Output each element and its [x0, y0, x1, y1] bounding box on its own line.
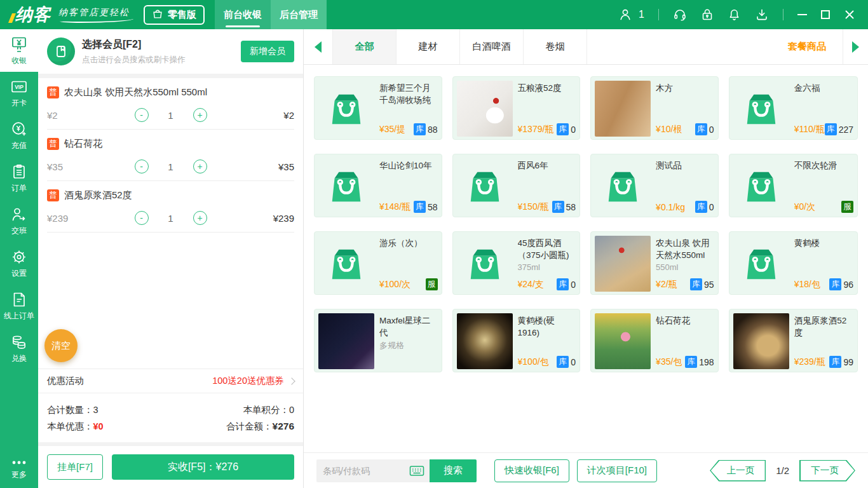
- product-stock: 库0: [695, 123, 714, 135]
- product-name: 新希望三个月千岛湖牧场纯: [379, 82, 438, 106]
- product-placeholder-bag-icon: [595, 158, 651, 214]
- category-tab[interactable]: 建材: [397, 29, 460, 64]
- increase-qty-button[interactable]: +: [193, 108, 207, 122]
- minimize-icon[interactable]: [797, 14, 807, 15]
- cart-item-name-row: 普农夫山泉 饮用天然水550ml 550ml: [47, 86, 294, 98]
- product-bottom-row: ¥0.1/kg库0: [656, 201, 714, 213]
- product-card[interactable]: 木方¥10/根库0: [590, 76, 719, 140]
- headset-icon[interactable]: [673, 8, 687, 22]
- combo-products-link[interactable]: 套餐商品: [788, 29, 843, 64]
- order-points: 本单积分：0: [243, 404, 294, 416]
- product-card[interactable]: 五粮液52度¥1379/瓶库0: [452, 76, 581, 140]
- product-card[interactable]: 金六福¥110/瓶库227: [729, 76, 858, 140]
- product-card[interactable]: 新希望三个月千岛湖牧场纯¥35/提库88: [314, 76, 442, 140]
- sidebar-item-label: 更多: [11, 470, 27, 480]
- close-icon[interactable]: [844, 9, 855, 20]
- clear-cart-button[interactable]: 清空: [44, 329, 78, 362]
- keyboard-icon[interactable]: [409, 464, 424, 480]
- product-image: [595, 236, 651, 292]
- category-tab[interactable]: 全部: [333, 29, 397, 64]
- product-placeholder-bag-icon: [733, 236, 789, 292]
- sidebar-item-recharge[interactable]: 充值: [0, 114, 38, 157]
- product-card[interactable]: 酒鬼原浆酒52度¥239/瓶库99: [729, 309, 858, 372]
- product-card[interactable]: 钻石荷花¥35/包库198: [590, 309, 719, 372]
- product-card[interactable]: Maxfel星球二代多规格: [314, 309, 442, 372]
- quick-cashier-button[interactable]: 快速收银[F6]: [494, 459, 569, 482]
- stock-badge: 库: [825, 123, 837, 135]
- checkout-button[interactable]: 实收[F5]：¥276: [112, 454, 294, 480]
- hold-order-button[interactable]: 挂单[F7]: [47, 454, 103, 480]
- bell-icon[interactable]: [728, 8, 741, 22]
- add-member-button[interactable]: 新增会员: [241, 41, 294, 62]
- sidebar-item-label: 交班: [11, 226, 27, 236]
- product-card[interactable]: 游乐（次）¥100/次服: [314, 231, 442, 295]
- increase-qty-button[interactable]: +: [193, 159, 207, 173]
- product-card[interactable]: 黄鹤楼(硬1916)¥100/包库0: [452, 309, 581, 372]
- product-card[interactable]: 西风6年¥150/瓶库58: [452, 154, 581, 217]
- category-tab[interactable]: 白酒啤酒: [460, 29, 524, 64]
- sidebar-item-online[interactable]: 线上订单: [0, 285, 38, 327]
- sidebar-item-shift[interactable]: 交班: [0, 200, 38, 242]
- product-spec: 550ml: [656, 262, 714, 272]
- decrease-qty-button[interactable]: -: [135, 159, 149, 173]
- product-card[interactable]: 农夫山泉 饮用天然水550ml550ml¥2/瓶库95: [590, 231, 719, 295]
- product-bottom-row: ¥150/瓶库58: [518, 201, 576, 213]
- download-icon[interactable]: [755, 8, 769, 22]
- promo-row[interactable]: 优惠活动 100送20送优惠券: [38, 369, 303, 393]
- product-price: ¥150/瓶: [518, 201, 552, 213]
- edition-badge[interactable]: 零售版: [144, 5, 205, 25]
- top-tab-cashier[interactable]: 前台收银: [215, 0, 271, 29]
- next-page-button[interactable]: 下一页: [799, 460, 855, 482]
- topbar: 纳客 纳客管店更轻松 零售版 前台收银后台管理 1: [0, 0, 868, 29]
- sidebar-item-cashier[interactable]: 收银: [0, 29, 38, 72]
- product-stock: 库99: [829, 356, 853, 368]
- product-price: ¥35/包: [656, 356, 685, 368]
- next-page-label: 下一页: [799, 460, 855, 482]
- sidebar-item-more[interactable]: 更多: [0, 450, 38, 488]
- top-tab-backend[interactable]: 后台管理: [271, 0, 327, 29]
- product-placeholder-bag-icon: [733, 81, 789, 137]
- product-placeholder-bag-icon: [733, 158, 789, 214]
- decrease-qty-button[interactable]: -: [135, 108, 149, 122]
- decrease-qty-button[interactable]: -: [135, 211, 149, 225]
- product-info: 华山论剑10年¥148/瓶库58: [379, 158, 438, 213]
- sidebar-item-orders[interactable]: 订单: [0, 157, 38, 200]
- category-next-arrow[interactable]: [843, 29, 868, 64]
- product-card[interactable]: 不限次轮滑¥0/次服: [729, 154, 858, 217]
- increase-qty-button[interactable]: +: [193, 211, 207, 225]
- sidebar-spacer: [0, 370, 38, 450]
- user-icon[interactable]: [618, 8, 632, 22]
- member-select[interactable]: 选择会员[F2] 点击进行会员搜索或刷卡操作: [82, 38, 234, 65]
- category-prev-arrow[interactable]: [304, 29, 333, 64]
- sidebar-item-vipcard[interactable]: VIP开卡: [0, 72, 38, 114]
- maximize-icon[interactable]: [821, 10, 830, 19]
- product-name: 钻石荷花: [656, 315, 714, 327]
- search-button[interactable]: 搜索: [430, 459, 477, 482]
- main-area: 收银VIP开卡充值订单交班设置线上订单兑换更多 选择会员[F2] 点击进行会员搜…: [0, 29, 868, 488]
- shift-icon: [10, 206, 28, 223]
- product-bottom-row: ¥148/瓶库58: [379, 201, 438, 213]
- item-type-badge: 普: [47, 86, 59, 98]
- sidebar-item-settings[interactable]: 设置: [0, 242, 38, 285]
- times-item-button[interactable]: 计次项目[F10]: [577, 459, 657, 482]
- product-name: 华山论剑10年: [379, 159, 438, 172]
- prev-page-button[interactable]: 上一页: [710, 460, 766, 482]
- stock-count: 88: [428, 125, 438, 135]
- recharge-icon: [10, 121, 28, 138]
- category-tab[interactable]: 卷烟: [524, 29, 587, 64]
- bag-outline-icon: [152, 8, 163, 22]
- divider: [658, 9, 659, 20]
- product-bottom-row: ¥239/瓶库99: [794, 356, 853, 368]
- product-card[interactable]: 45度西凤酒（375小圆瓶)375ml¥24/支库0: [452, 231, 581, 295]
- product-stock: 库0: [557, 278, 576, 290]
- product-card[interactable]: 华山论剑10年¥148/瓶库58: [314, 154, 442, 217]
- product-bottom-row: ¥18/包库96: [794, 278, 853, 290]
- sidebar-item-exchange[interactable]: 兑换: [0, 327, 38, 370]
- product-card[interactable]: 测试品¥0.1/kg库0: [590, 154, 719, 217]
- lock-icon[interactable]: [701, 8, 714, 22]
- service-badge: 服: [426, 278, 438, 290]
- product-stock: 库96: [829, 278, 853, 290]
- product-card[interactable]: 黄鹤楼¥18/包库96: [729, 231, 858, 295]
- promo-label: 优惠活动: [47, 375, 84, 387]
- barcode-search-box: [316, 459, 430, 482]
